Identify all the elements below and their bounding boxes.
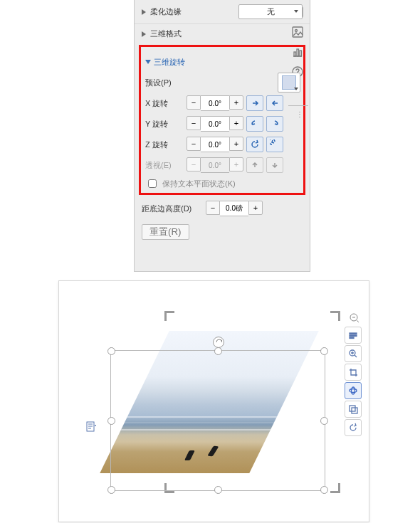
rot-y-cw-button[interactable] [266, 116, 283, 132]
svg-rect-13 [350, 337, 354, 339]
corner-mark [164, 311, 176, 322]
svg-rect-2 [293, 27, 303, 37]
rot-z-ccw-button[interactable] [246, 137, 263, 152]
increment-button: + [229, 157, 243, 171]
decrement-button[interactable]: − [187, 137, 201, 151]
chevron-down-icon [294, 88, 298, 90]
rotate-handle[interactable] [213, 337, 224, 348]
rot-x-spinner: − + [187, 95, 243, 111]
rot-x-row: X 旋转 − + [145, 94, 300, 112]
svg-point-15 [350, 389, 357, 393]
section-label: 柔化边缘 [150, 6, 234, 17]
svg-rect-18 [352, 408, 357, 413]
resize-handle[interactable] [214, 486, 222, 494]
rotate-3d-tool-button[interactable] [345, 382, 362, 399]
format-shape-panel: ⋮ 柔化边缘 无 三维格式 三维旋转 预设(P) X 旋转 [134, 0, 310, 272]
rot-y-row: Y 旋转 − + [145, 115, 300, 133]
document-canvas [58, 280, 369, 522]
resize-handle[interactable] [107, 417, 115, 425]
perspective-row: 透视(E) − + [145, 156, 300, 174]
increment-button[interactable]: + [229, 116, 243, 130]
perspective-label: 透视(E) [145, 160, 184, 171]
rot-z-label: Z 旋转 [145, 139, 184, 150]
resize-handle[interactable] [107, 347, 115, 355]
picture-tool-column [345, 327, 362, 436]
preset-label: 预设(P) [145, 78, 184, 88]
increment-button[interactable]: + [229, 137, 243, 151]
soften-dropdown[interactable]: 无 [238, 4, 303, 19]
rot-y-ccw-button[interactable] [246, 116, 263, 132]
perspective-input [201, 157, 229, 173]
selection-bounds[interactable] [110, 350, 325, 491]
svg-rect-12 [350, 335, 357, 337]
svg-point-16 [352, 387, 355, 394]
rot-x-ccw-button[interactable] [246, 95, 263, 111]
keep-text-flat-checkbox[interactable]: 保持文本平面状态(K) [145, 177, 300, 190]
perspective-up-button [246, 157, 263, 173]
ground-spinner: − + [206, 201, 263, 216]
chart-icon[interactable] [291, 46, 304, 58]
decrement-button[interactable]: − [187, 95, 201, 110]
section-3d-rotation[interactable]: 三维旋转 [145, 53, 300, 71]
preset-row: 预设(P) [145, 73, 300, 92]
section-label: 三维旋转 [154, 57, 185, 68]
section-label: 三维格式 [150, 28, 303, 39]
svg-rect-5 [297, 49, 299, 56]
resize-handle[interactable] [214, 347, 222, 355]
rot-y-spinner: − + [187, 116, 243, 132]
rot-z-row: Z 旋转 − + [145, 135, 300, 154]
section-soften-edges[interactable]: 柔化边缘 无 [135, 0, 310, 23]
rot-x-cw-button[interactable] [266, 95, 283, 111]
canvas-area[interactable] [59, 281, 369, 522]
chevron-right-icon [142, 31, 146, 37]
ground-label: 距底边高度(D) [142, 204, 203, 214]
text-tool-button[interactable] [345, 327, 362, 344]
corner-mark [329, 311, 340, 322]
zoom-tool-button[interactable] [345, 345, 362, 362]
highlight-3d-rotation: 三维旋转 预设(P) X 旋转 − + Y 旋转 − [139, 45, 305, 195]
corner-mark [329, 482, 340, 493]
decrement-button[interactable]: − [187, 116, 201, 130]
checkbox-label: 保持文本平面状态(K) [162, 179, 236, 189]
zoom-out-button[interactable] [349, 312, 360, 324]
checkbox-input[interactable] [148, 179, 157, 188]
chevron-right-icon [142, 9, 146, 15]
svg-rect-4 [294, 52, 296, 56]
ground-input[interactable] [220, 201, 248, 216]
chevron-down-icon [294, 10, 298, 13]
svg-rect-6 [300, 51, 302, 56]
resize-handle[interactable] [107, 486, 115, 494]
ground-distance-row: 距底边高度(D) − + [135, 199, 310, 218]
resize-handle[interactable] [320, 417, 328, 425]
reset-tool-button[interactable] [345, 419, 362, 436]
rot-z-spinner: − + [187, 137, 243, 152]
rot-x-label: X 旋转 [145, 98, 184, 109]
preset-dropdown[interactable] [278, 73, 300, 93]
crop-tool-button[interactable] [345, 364, 362, 381]
rot-z-cw-button[interactable] [266, 137, 283, 152]
svg-rect-17 [350, 406, 355, 411]
rot-y-label: Y 旋转 [145, 119, 184, 130]
rail-divider [288, 105, 308, 106]
decrement-button[interactable]: − [206, 201, 220, 215]
decrement-button: − [187, 157, 201, 171]
increment-button[interactable]: + [248, 201, 263, 215]
reset-button[interactable]: 重置(R) [142, 224, 189, 240]
svg-rect-11 [350, 333, 357, 334]
rot-x-input[interactable] [201, 95, 229, 111]
rot-y-input[interactable] [201, 116, 229, 132]
resize-handle[interactable] [320, 347, 328, 355]
rail-more-icon[interactable]: ⋮ [296, 110, 304, 118]
increment-button[interactable]: + [229, 95, 243, 110]
dropdown-value: 无 [267, 6, 275, 17]
layout-options-icon[interactable] [86, 421, 96, 433]
rot-z-input[interactable] [201, 137, 229, 152]
perspective-down-button [266, 157, 283, 173]
image-icon[interactable] [291, 26, 304, 38]
section-3d-format[interactable]: 三维格式 [135, 23, 310, 43]
layers-tool-button[interactable] [345, 401, 362, 418]
resize-handle[interactable] [320, 486, 328, 494]
reset-row: 重置(R) [135, 220, 310, 244]
chevron-down-icon [145, 60, 151, 64]
svg-point-3 [295, 30, 298, 32]
